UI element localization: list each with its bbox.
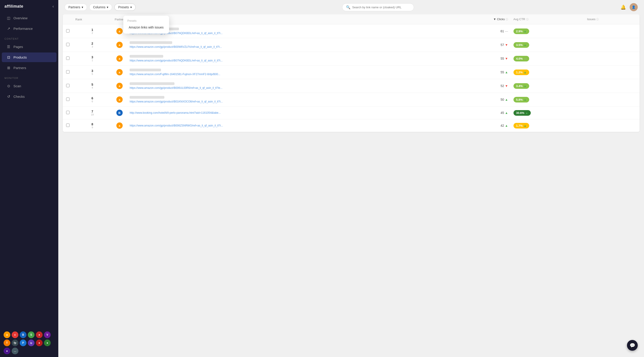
rank-sub: 5 xyxy=(75,73,110,75)
trend-down-icon: ▼ xyxy=(505,57,508,60)
partner-cell: a xyxy=(112,79,127,93)
sidebar-item-pages[interactable]: ☰ Pages xyxy=(2,42,56,52)
rank-main: 1 xyxy=(75,28,110,32)
sidebar-item-label: Partners xyxy=(14,66,26,70)
trend-up-icon: ▲ xyxy=(524,71,526,74)
link-url[interactable]: https://www.amazon.com/gp/product/B006UL… xyxy=(130,86,443,90)
partner-icon-c[interactable]: c xyxy=(12,332,18,338)
partner-icon-p[interactable]: P xyxy=(20,340,26,346)
row-checkbox-cell xyxy=(63,93,73,106)
partner-icon-dot2[interactable]: ● xyxy=(36,340,42,346)
sidebar-item-performance[interactable]: ↗ Performance xyxy=(2,24,56,34)
rank-sub: 3 xyxy=(75,45,110,48)
notifications-bell-icon[interactable]: 🔔 xyxy=(620,4,626,10)
partner-icon-b[interactable]: B xyxy=(20,332,26,338)
th-issues[interactable]: Issues ⓘ xyxy=(584,14,640,24)
row-checkbox[interactable] xyxy=(66,56,70,60)
rank-cell: 3 5 xyxy=(73,66,112,79)
rank-sub: 4 xyxy=(75,86,110,89)
row-checkbox[interactable] xyxy=(66,29,70,32)
name-cell: https://www.amazon.com/gp/product/B07NQD… xyxy=(127,24,446,38)
th-clicks[interactable]: ▼ Clicks ⓘ xyxy=(446,14,511,24)
chat-bubble-button[interactable]: 💬 xyxy=(627,340,638,351)
name-cell: http://www.booking.com/hotel/it/il-perlo… xyxy=(127,106,446,119)
partner-icon-ip[interactable]: ip xyxy=(28,340,34,346)
clicks-cell: 61 — xyxy=(446,24,511,38)
main-content: Partners ▾ Columns ▾ Presets ▾ 🔍 🔔 👤 xyxy=(58,0,644,357)
th-name: Name xyxy=(127,14,446,24)
name-blur xyxy=(130,68,161,71)
rank-main: 7 xyxy=(75,110,110,113)
partner-icon-s[interactable]: S xyxy=(28,332,34,338)
row-checkbox-cell xyxy=(63,66,73,79)
presets-filter-button[interactable]: Presets ▾ xyxy=(114,4,136,11)
rank-cell: 2 3 xyxy=(73,38,112,52)
partner-icon-v[interactable]: V xyxy=(44,332,51,338)
search-bar[interactable]: 🔍 xyxy=(342,3,414,11)
sidebar-item-checks[interactable]: ↺ Checks xyxy=(2,92,56,101)
row-checkbox[interactable] xyxy=(66,70,70,74)
issues-cell xyxy=(584,52,640,66)
table-row: 2 3 a https://www.amazon.com/gp/product/… xyxy=(63,38,640,52)
sidebar-item-scan[interactable]: ⊙ Scan xyxy=(2,81,56,91)
link-url[interactable]: https://www.amazon.com/Fujifilm-16401581… xyxy=(130,73,443,76)
partner-cell: a xyxy=(112,66,127,79)
table-row: 7 19 B http://www.booking.com/hotel/it/i… xyxy=(63,106,640,119)
products-icon: ⊡ xyxy=(6,55,11,60)
rank-cell: 5 4 xyxy=(73,79,112,93)
issues-cell xyxy=(584,119,640,132)
ctr-cell: 2.9% ▲ xyxy=(511,24,584,38)
partner-icon-dot4[interactable]: ● xyxy=(4,348,10,354)
sidebar-item-partners[interactable]: ⊞ Partners xyxy=(2,63,56,73)
ctr-cell: 5.8% ▲ xyxy=(511,93,584,106)
link-url[interactable]: https://www.amazon.com/gp/product/B01KNX… xyxy=(130,100,443,103)
ctr-badge: 5.8% ▲ xyxy=(514,97,530,102)
link-url[interactable]: https://www.amazon.com/gp/product/B00W6V… xyxy=(130,45,443,48)
trend-up-icon: ▲ xyxy=(525,111,528,114)
app-logo: affilimate xyxy=(4,4,23,9)
sidebar-item-products[interactable]: ⊡ Products xyxy=(2,52,56,62)
row-checkbox[interactable] xyxy=(66,43,70,46)
trend-up-icon: ▲ xyxy=(505,111,508,114)
partner-icon-fp[interactable]: fp xyxy=(12,340,18,346)
sidebar-item-overview[interactable]: ◫ Overview xyxy=(2,13,56,23)
collapse-sidebar-button[interactable]: ‹ xyxy=(52,4,54,9)
partner-icon-dot3[interactable]: ● xyxy=(44,340,51,346)
columns-filter-button[interactable]: Columns ▾ xyxy=(89,4,112,11)
name-cell: https://www.amazon.com/gp/product/B006ZS… xyxy=(127,119,446,132)
link-url[interactable]: https://www.amazon.com/gp/product/B07NQD… xyxy=(130,59,443,62)
rank-cell: 6 6 xyxy=(73,93,112,106)
rank-main: 3 xyxy=(75,56,110,59)
link-url[interactable]: http://www.booking.com/hotel/it/il-perlo… xyxy=(130,111,443,114)
trend-up-icon: ▲ xyxy=(505,70,508,74)
chat-icon: 💬 xyxy=(630,343,635,348)
clicks-cell: 42 ▲ xyxy=(446,119,511,132)
issues-cell xyxy=(584,79,640,93)
partner-icon-t[interactable]: T xyxy=(4,340,10,346)
search-input[interactable] xyxy=(352,6,410,9)
row-checkbox[interactable] xyxy=(66,84,70,87)
chevron-down-icon: ▾ xyxy=(107,6,108,9)
partner-icon-dot1[interactable]: ● xyxy=(36,332,42,338)
th-avg-ctr[interactable]: Avg CTR ⓘ xyxy=(511,14,584,24)
partner-icon-more[interactable]: … xyxy=(12,348,18,354)
row-checkbox-cell xyxy=(63,119,73,132)
name-blur xyxy=(130,55,163,58)
partners-filter-button[interactable]: Partners ▾ xyxy=(64,4,87,11)
name-blur xyxy=(130,96,164,99)
ctr-badge: 3.4% ▲ xyxy=(514,83,530,89)
row-checkbox-cell xyxy=(63,24,73,38)
ctr-cell: 4.0% — xyxy=(511,52,584,66)
user-avatar[interactable]: 👤 xyxy=(630,3,638,11)
row-checkbox[interactable] xyxy=(66,124,70,127)
sidebar: affilimate ‹ ◫ Overview ↗ Performance CO… xyxy=(0,0,58,357)
link-url[interactable]: https://www.amazon.com/gp/product/B07NQD… xyxy=(130,32,443,35)
link-url[interactable]: https://www.amazon.com/gp/product/B006ZS… xyxy=(130,124,443,127)
rank-main: 2 xyxy=(75,42,110,45)
partner-icon-amazon[interactable]: a xyxy=(4,332,10,338)
ctr-cell: 1.2% ▲ xyxy=(511,66,584,79)
presets-dropdown: Presets Amazon links with issues xyxy=(123,16,169,34)
row-checkbox[interactable] xyxy=(66,111,70,114)
row-checkbox[interactable] xyxy=(66,98,70,101)
dropdown-item-amazon-issues[interactable]: Amazon links with issues xyxy=(125,23,168,32)
